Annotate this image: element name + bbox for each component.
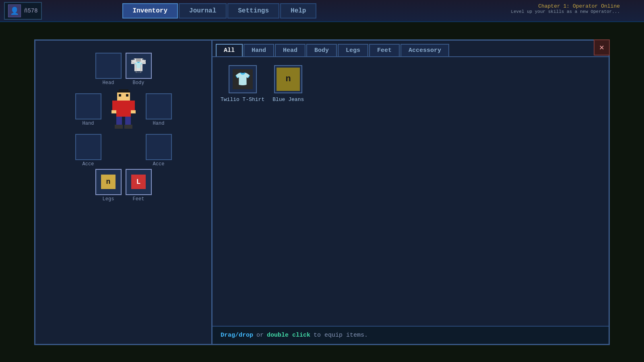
hand-left-slot-box[interactable]: [75, 93, 101, 119]
hand-left-label: Hand: [83, 121, 94, 126]
bluejeans-badge: n: [286, 74, 291, 84]
hand-right-label: Hand: [153, 121, 165, 126]
filter-tab-legs[interactable]: Legs: [338, 44, 368, 56]
body-slot-label: Body: [133, 80, 144, 86]
legs-slot: n Legs: [95, 169, 122, 202]
eq-row-top: Head: [95, 53, 152, 86]
svg-text:👕: 👕: [235, 71, 251, 87]
modal-body: Head: [35, 41, 609, 344]
status-drag-drop: Drag/drop: [221, 332, 253, 339]
player-info: 👤 ñ578: [4, 2, 42, 20]
inv-item-tshirt[interactable]: 👕 Twilio T-Shirt: [221, 65, 264, 103]
inv-slot-tshirt: 👕: [229, 65, 257, 93]
svg-rect-20: [124, 125, 132, 129]
acce-right-slot-box[interactable]: [146, 134, 172, 160]
close-button[interactable]: ✕: [594, 39, 610, 56]
filter-tab-all[interactable]: All: [216, 44, 243, 56]
nav-journal[interactable]: Journal: [179, 3, 227, 19]
nav-help[interactable]: Help: [280, 3, 316, 19]
eq-row-legs-feet: n Legs L Feet: [95, 169, 152, 202]
inv-slot-bluejeans: n: [274, 65, 302, 93]
modal-overlay: ✕ Head: [0, 22, 644, 362]
filter-tabs: All Hand Head Body Legs Feet Accessory: [213, 41, 609, 57]
feet-slot-label: Feet: [133, 196, 144, 202]
svg-rect-7: [117, 91, 130, 93]
chapter-title: Chapter 1: Operator Online: [511, 3, 620, 9]
inv-item-bluejeans[interactable]: n Blue Jeans: [272, 65, 304, 103]
tshirt-icon: 👕: [233, 69, 253, 89]
svg-rect-6: [119, 89, 128, 91]
inv-item-tshirt-label: Twilio T-Shirt: [221, 97, 264, 103]
right-panel: All Hand Head Body Legs Feet Accessory: [213, 41, 609, 344]
inventory-modal: ✕ Head: [34, 39, 610, 345]
filter-tab-feet[interactable]: Feet: [369, 44, 400, 56]
svg-rect-19: [115, 125, 123, 129]
hand-right-slot: Hand: [146, 93, 172, 126]
body-slot-box[interactable]: 👕: [126, 53, 152, 79]
svg-text:👕: 👕: [134, 61, 142, 69]
left-panel: Head: [35, 41, 213, 344]
acce-right-label: Acce: [153, 161, 165, 167]
svg-rect-14: [111, 110, 116, 113]
svg-rect-13: [131, 101, 135, 110]
top-bar: 👤 ñ578 Inventory Journal Settings Help C…: [0, 0, 644, 22]
acce-right-slot: Acce: [146, 134, 172, 167]
svg-rect-9: [119, 94, 121, 97]
player-avatar: 👤: [8, 4, 21, 17]
eq-row-acce: Acce Acce: [75, 134, 172, 167]
status-double-click: double click: [267, 332, 310, 339]
acce-left-slot: Acce: [75, 134, 101, 167]
head-slot-box[interactable]: [95, 53, 122, 79]
legs-item-badge: n: [101, 175, 116, 189]
body-item-icon: 👕: [131, 58, 146, 73]
svg-rect-11: [116, 101, 131, 112]
feet-item-badge: L: [131, 175, 146, 189]
feet-slot-box[interactable]: L: [126, 169, 152, 195]
legs-slot-box[interactable]: n: [95, 169, 122, 195]
svg-rect-18: [125, 117, 131, 125]
character-sprite-area: [105, 88, 142, 132]
nav-tabs: Inventory Journal Settings Help: [122, 3, 317, 19]
hand-left-slot: Hand: [75, 93, 101, 126]
status-bar: Drag/drop or double click to equip items…: [213, 326, 609, 344]
nav-settings[interactable]: Settings: [227, 3, 279, 19]
svg-rect-10: [126, 94, 128, 97]
filter-tab-accessory[interactable]: Accessory: [400, 44, 449, 56]
status-or: or: [256, 332, 264, 339]
head-slot: Head: [95, 53, 122, 86]
head-slot-label: Head: [103, 80, 114, 86]
body-slot: 👕 Body: [126, 53, 152, 86]
eq-row-middle: Hand: [75, 88, 172, 132]
inventory-grid: 👕 Twilio T-Shirt n Blue Jeans: [213, 57, 609, 326]
svg-rect-16: [116, 112, 131, 117]
status-suffix: to equip items.: [314, 332, 368, 339]
player-name: ñ578: [24, 8, 38, 14]
nav-inventory[interactable]: Inventory: [122, 3, 178, 19]
character-sprite: [107, 88, 140, 132]
filter-tab-head[interactable]: Head: [275, 44, 305, 56]
svg-rect-12: [112, 101, 116, 110]
hand-right-slot-box[interactable]: [146, 93, 172, 119]
equipment-grid: Head: [43, 53, 203, 202]
chapter-sub: Level up your skills as a new Operator..…: [511, 9, 620, 14]
filter-tab-hand[interactable]: Hand: [244, 44, 274, 56]
filter-tab-body[interactable]: Body: [306, 44, 337, 56]
svg-rect-17: [116, 117, 122, 125]
legs-slot-label: Legs: [103, 196, 114, 202]
inv-item-bluejeans-label: Blue Jeans: [272, 97, 304, 103]
svg-rect-15: [131, 110, 136, 113]
acce-left-label: Acce: [83, 161, 94, 167]
chapter-info: Chapter 1: Operator Online Level up your…: [511, 3, 620, 14]
acce-left-slot-box[interactable]: [75, 134, 101, 160]
feet-slot: L Feet: [126, 169, 152, 202]
bluejeans-icon-bg: n: [277, 68, 300, 91]
